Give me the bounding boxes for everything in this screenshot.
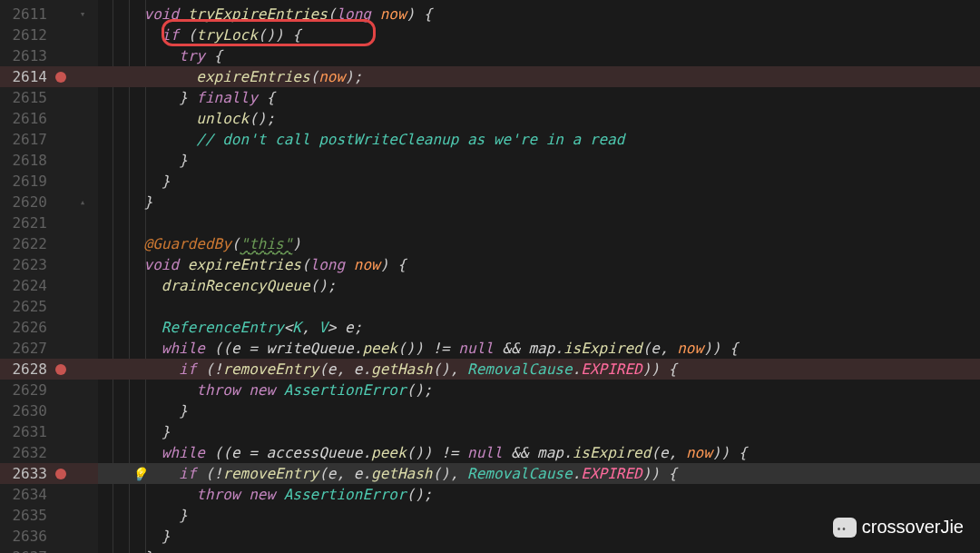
code-line[interactable]: } <box>98 400 980 421</box>
token-type: ReferenceEntry <box>162 317 284 338</box>
line-number: 2636 <box>5 526 47 547</box>
code-line[interactable] <box>98 296 980 317</box>
token-pun: ) { <box>380 254 407 275</box>
token-kw: long <box>310 254 346 275</box>
token-pun: ) <box>292 233 301 254</box>
token-pun: . <box>362 442 371 463</box>
breakpoint-icon[interactable] <box>55 72 66 83</box>
line-number: 2618 <box>5 150 47 171</box>
line-number: 2628 <box>5 359 47 380</box>
gutter-line[interactable]: 2635 <box>0 505 98 526</box>
code-line[interactable] <box>98 212 980 233</box>
token-id <box>205 338 214 359</box>
gutter-line[interactable]: 2622 <box>0 233 98 254</box>
code-line[interactable]: if (tryLock()) { <box>98 25 980 45</box>
gutter-line[interactable]: 2611▾ <box>0 4 98 25</box>
code-line[interactable]: expireEntries(now); <box>98 66 980 87</box>
gutter-line[interactable]: 2625 <box>0 296 98 317</box>
token-mth: isExpired <box>573 442 652 463</box>
gutter-line[interactable]: 2634 <box>0 484 98 505</box>
gutter-line[interactable]: 2632 <box>0 442 98 463</box>
code-line[interactable]: while ((e = accessQueue.peek()) != null … <box>98 442 980 463</box>
token-pun: ( <box>301 254 310 275</box>
code-line[interactable]: if (!removeEntry(e, e.getHash(), Removal… <box>98 359 980 380</box>
code-line[interactable]: void expireEntries(long now) { <box>98 254 980 275</box>
token-pun: (), <box>432 359 467 380</box>
gutter-line[interactable]: 2616 <box>0 108 98 129</box>
token-mth: expireEntries <box>196 66 309 87</box>
gutter-line[interactable]: 2626 <box>0 317 98 338</box>
code-line[interactable]: unlock(); <box>98 108 980 129</box>
code-line[interactable]: throw new AssertionError(); <box>98 380 980 400</box>
token-pun: , <box>337 359 354 380</box>
token-id <box>450 338 459 359</box>
gutter-line[interactable]: 2630 <box>0 400 98 421</box>
gutter-line[interactable]: 2615 <box>0 87 98 108</box>
code-line[interactable]: // don't call postWriteCleanup as we're … <box>98 129 980 150</box>
gutter-line[interactable]: 2631 <box>0 421 98 442</box>
token-pun: } <box>179 150 188 171</box>
breakpoint-slot[interactable] <box>47 72 74 83</box>
token-pun: } <box>179 400 188 421</box>
token-mth: expireEntries <box>188 254 301 275</box>
code-line[interactable]: ReferenceEntry<K, V> e; <box>98 317 980 338</box>
token-id <box>196 463 205 484</box>
code-line[interactable]: } <box>98 171 980 192</box>
code-line[interactable]: } <box>98 150 980 171</box>
code-line[interactable]: } <box>98 547 980 553</box>
code-line[interactable]: try { <box>98 45 980 66</box>
watermark-text: crossoverJie <box>862 514 964 540</box>
token-pun: . <box>362 463 371 484</box>
fold-slot[interactable]: ▴ <box>74 195 91 210</box>
gutter-line[interactable]: 2619 <box>0 171 98 192</box>
breakpoint-slot[interactable] <box>47 469 74 479</box>
breakpoint-icon[interactable] <box>55 469 66 479</box>
code-line[interactable]: throw new AssertionError(); <box>98 484 980 505</box>
token-id <box>179 4 188 25</box>
token-op: && <box>511 442 528 463</box>
gutter-line[interactable]: 2612 <box>0 25 98 45</box>
gutter-line[interactable]: 2624 <box>0 275 98 296</box>
line-number: 2626 <box>5 317 47 338</box>
token-pun: } <box>162 526 171 547</box>
gutter-line[interactable]: 2636 <box>0 526 98 547</box>
code-line[interactable]: } <box>98 421 980 442</box>
token-pun: ( <box>231 233 240 254</box>
gutter-line[interactable]: 2618 <box>0 150 98 171</box>
token-pun: ( <box>651 442 660 463</box>
token-ann: @GuardedBy <box>144 233 231 254</box>
code-line[interactable]: @GuardedBy("this") <box>98 233 980 254</box>
code-line[interactable]: void tryExpireEntries(long now) { <box>98 4 980 25</box>
line-number: 2629 <box>5 380 47 400</box>
gutter-line[interactable]: 2628 <box>0 359 98 380</box>
token-pun: , <box>669 442 686 463</box>
line-number: 2627 <box>5 338 47 359</box>
code-editor[interactable]: 2611▾26122613261426152616261726182619262… <box>0 0 980 553</box>
code-line[interactable]: } <box>98 192 980 212</box>
line-number: 2612 <box>5 25 47 45</box>
code-line[interactable]: drainRecencyQueue(); <box>98 275 980 296</box>
gutter-line[interactable]: 2621 <box>0 212 98 233</box>
gutter-line[interactable]: 2620▴ <box>0 192 98 212</box>
code-area[interactable]: void tryExpireEntries(long now) { if (tr… <box>98 0 980 553</box>
gutter-line[interactable]: 2614 <box>0 66 98 87</box>
gutter-line[interactable]: 2613 <box>0 45 98 66</box>
token-id: writeQueue <box>266 338 353 359</box>
gutter-line[interactable]: 2637 <box>0 547 98 553</box>
gutter-line[interactable]: 2629 <box>0 380 98 400</box>
lightbulb-icon[interactable]: 💡 <box>132 465 147 483</box>
breakpoint-slot[interactable] <box>47 364 74 375</box>
code-line[interactable]: } finally { <box>98 87 980 108</box>
token-type: AssertionError <box>284 380 407 400</box>
code-line[interactable]: if (!removeEntry(e, e.getHash(), Removal… <box>98 463 980 484</box>
code-line[interactable]: while ((e = writeQueue.peek()) != null &… <box>98 338 980 359</box>
gutter-line[interactable]: 2623 <box>0 254 98 275</box>
breakpoint-icon[interactable] <box>55 364 66 375</box>
token-pun: { <box>214 45 223 66</box>
gutter-line[interactable]: 2627 <box>0 338 98 359</box>
token-kw: void <box>144 254 180 275</box>
token-kw: throw <box>196 484 240 505</box>
fold-slot[interactable]: ▾ <box>74 7 91 22</box>
gutter-line[interactable]: 2617 <box>0 129 98 150</box>
gutter-line[interactable]: 2633 <box>0 463 98 484</box>
